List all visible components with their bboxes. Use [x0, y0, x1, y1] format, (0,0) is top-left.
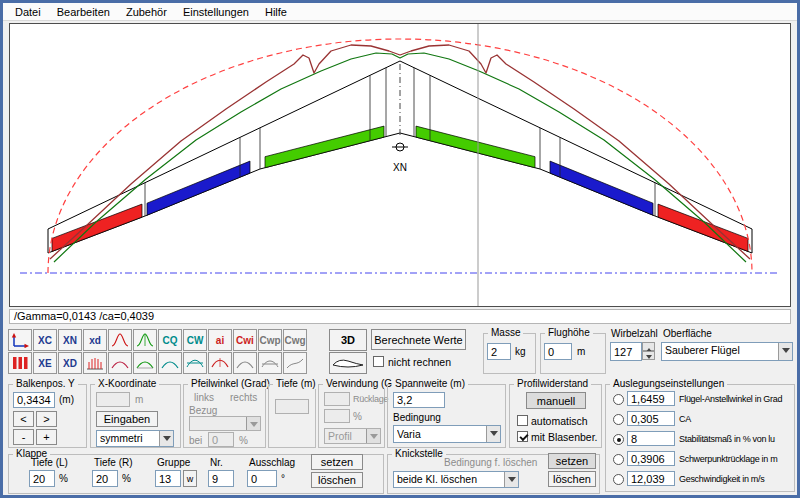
radio-geschwindigkeit[interactable]	[613, 474, 624, 485]
menu-hilfe[interactable]: Hilfe	[257, 4, 295, 20]
green-curve-glyph	[135, 355, 155, 371]
balkenpos-prev-button[interactable]: <	[13, 411, 34, 427]
gruppe-w-button[interactable]: w	[183, 470, 197, 487]
radio-anstellwinkel[interactable]	[613, 394, 624, 405]
radio-ca[interactable]	[613, 414, 624, 425]
gruppe-input[interactable]: 13	[155, 470, 181, 487]
menu-zubehoer[interactable]: Zubehör	[118, 4, 175, 20]
chevron-down-icon[interactable]	[246, 417, 260, 430]
stabilitaetsmass-value[interactable]: 8	[627, 431, 675, 446]
balkenpos-next-button[interactable]: >	[36, 411, 57, 427]
berechnete-werte-button[interactable]: Berechnete Werte	[371, 329, 466, 350]
masse-input[interactable]: 2	[487, 343, 511, 360]
gray-curve3-icon[interactable]	[283, 352, 307, 374]
klappe-loeschen-button[interactable]: löschen	[311, 472, 363, 488]
ausschlag-input[interactable]: 0	[247, 470, 277, 487]
knickstelle-setzen-button[interactable]: setzen	[548, 453, 596, 469]
klappe-setzen-button[interactable]: setzen	[311, 454, 363, 470]
bezug-select[interactable]	[189, 416, 261, 431]
ca-green-dist-icon[interactable]	[133, 329, 157, 351]
wing-plot-canvas[interactable]: XN	[9, 23, 791, 307]
balkenpos-plus-button[interactable]: +	[36, 429, 57, 445]
balkenpos-value[interactable]: 0,3434	[13, 392, 55, 408]
gray-curve2-glyph	[260, 355, 280, 371]
bedingung-select[interactable]: Varia	[393, 425, 501, 443]
wirbelzahl-up-button[interactable]	[642, 342, 655, 351]
chevron-down-icon[interactable]	[504, 472, 518, 487]
masse-group: Masse 2 kg	[483, 333, 536, 374]
flughoehe-input[interactable]: 0	[544, 343, 572, 360]
red-curve-icon[interactable]	[108, 352, 132, 374]
tiefe-l-input[interactable]: 20	[29, 470, 55, 487]
app-window: Datei Bearbeiten Zubehör Einstellungen H…	[0, 0, 800, 498]
radio-schwerpunkt[interactable]	[613, 454, 624, 465]
menu-einstellungen[interactable]: Einstellungen	[175, 4, 257, 20]
crimson-curve-icon[interactable]	[208, 352, 232, 374]
view-3d-button[interactable]: 3D	[329, 329, 367, 351]
blasen-checkbox[interactable]	[517, 431, 528, 442]
xe-button[interactable]: XE	[33, 352, 57, 374]
manuell-button[interactable]: manuell	[526, 392, 586, 409]
flap-stripes-icon[interactable]	[8, 352, 32, 374]
tiefe-input[interactable]	[275, 399, 309, 414]
verwindung-input[interactable]	[324, 392, 350, 406]
tiefe-l-unit: %	[59, 473, 68, 484]
axes-glyph	[10, 332, 30, 348]
cwg-button[interactable]: Cwg	[283, 329, 307, 351]
chevron-down-icon[interactable]	[159, 431, 173, 446]
cwp-button[interactable]: Cwp	[258, 329, 282, 351]
bei-input[interactable]: 0	[208, 432, 234, 447]
cw-button[interactable]: CW	[183, 329, 207, 351]
gray-curve-icon[interactable]	[233, 352, 257, 374]
nicht-rechnen-checkbox[interactable]	[373, 356, 384, 367]
oberflaeche-select[interactable]: Sauberer Flügel	[661, 342, 793, 361]
xkoordinate-input[interactable]	[96, 392, 130, 407]
geschwindigkeit-value[interactable]: 12,039	[627, 471, 675, 486]
gruppe-label: Gruppe	[157, 457, 190, 468]
tiefe-label: Tiefe (m)	[273, 378, 319, 389]
teal-curve2-icon[interactable]	[183, 352, 207, 374]
anstellwinkel-value[interactable]: 1,6459	[627, 391, 675, 406]
balkenpos-group: Balkenpos. Y 0,3434 (m) < > - +	[8, 384, 87, 448]
menu-datei[interactable]: Datei	[7, 4, 49, 20]
nr-input[interactable]: 9	[208, 470, 234, 487]
symmetri-select[interactable]: symmetri	[96, 430, 174, 447]
teal-curve-icon[interactable]	[158, 352, 182, 374]
schwerpunkt-value[interactable]: 0,3906	[627, 451, 675, 466]
axes-icon[interactable]	[8, 329, 32, 351]
knickstelle-loeschen-button[interactable]: löschen	[548, 471, 596, 487]
green-curve-icon[interactable]	[133, 352, 157, 374]
knickstelle-select[interactable]: beide Kl. löschen	[393, 471, 519, 488]
xd-caps-button[interactable]: XD	[58, 352, 82, 374]
balkenpos-minus-button[interactable]: -	[13, 429, 34, 445]
chevron-down-icon[interactable]	[486, 426, 500, 442]
eingaben-button[interactable]: Eingaben	[96, 411, 158, 427]
red-bars-dist-icon[interactable]	[83, 352, 107, 374]
gamma-red-icon[interactable]	[108, 329, 132, 351]
wirbelzahl-input[interactable]: 127	[610, 342, 642, 361]
ai-button[interactable]: ai	[208, 329, 232, 351]
ruecklage-input[interactable]	[324, 409, 350, 423]
xn-button[interactable]: XN	[58, 329, 82, 351]
spannweite-group: Spannweite (m) 3,2 Bedingung Varia	[387, 384, 506, 448]
tiefe-r-input[interactable]: 20	[92, 470, 118, 487]
automatisch-checkbox[interactable]	[517, 415, 528, 426]
profil-select[interactable]: Profil	[324, 428, 381, 444]
radio-stabilitaetsmass[interactable]	[613, 434, 624, 445]
verwindung-group: Verwindung (Grad) Rücklage % Profil	[318, 384, 385, 448]
xd-button[interactable]: xd	[83, 329, 107, 351]
airfoil-button[interactable]	[329, 352, 367, 374]
wirbelzahl-down-button[interactable]	[642, 351, 655, 360]
spannweite-input[interactable]: 3,2	[393, 392, 445, 408]
auslegung-group: Auslegungseinstellungen 1,6459 Flügel-An…	[605, 384, 795, 492]
menu-bearbeiten[interactable]: Bearbeiten	[49, 4, 118, 20]
cq-button[interactable]: CQ	[158, 329, 182, 351]
chevron-down-icon[interactable]	[778, 343, 792, 360]
cwi-button[interactable]: Cwi	[233, 329, 257, 351]
ca-value[interactable]: 0,305	[627, 411, 675, 426]
gray-curve2-icon[interactable]	[258, 352, 282, 374]
geschwindigkeit-label: Geschwindigkeit in m/s	[679, 474, 764, 484]
chevron-down-icon[interactable]	[366, 429, 380, 443]
airfoil-glyph	[331, 355, 365, 371]
xc-button[interactable]: XC	[33, 329, 57, 351]
